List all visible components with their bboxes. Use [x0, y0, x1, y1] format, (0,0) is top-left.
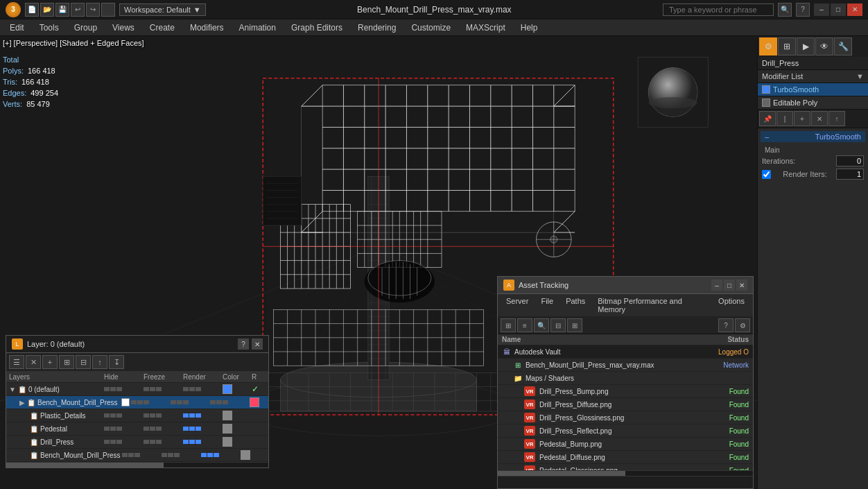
asset-row[interactable]: VR Drill_Press_Glossiness.png Found [498, 411, 753, 424]
menu-maxscript[interactable]: MAXScript [459, 22, 512, 34]
layer-color[interactable] [241, 450, 250, 460]
modifier-list-bar[interactable]: Modifier List ▼ [758, 70, 868, 83]
modify-panel-btn[interactable]: ⚙ [759, 37, 777, 55]
asset-titlebar: A Asset Tracking – □ ✕ [498, 277, 753, 294]
asset-panel-title: Asset Tracking [519, 281, 568, 289]
menu-rendering[interactable]: Rendering [351, 22, 403, 34]
asset-menu-options[interactable]: Options [713, 295, 750, 315]
undo-btn[interactable]: ↩ [71, 3, 85, 17]
utilities-panel-btn[interactable]: 🔧 [834, 37, 852, 55]
asset-tool-5[interactable]: ⊞ [567, 318, 582, 332]
layer-toolbar: ☰ ✕ + ⊞ ⊟ ↑ ↧ [6, 353, 268, 372]
layer-row[interactable]: 📋 Plastic_Details [6, 409, 268, 422]
asset-close-btn[interactable]: ✕ [736, 280, 747, 291]
layer-panel-help-btn[interactable]: ? [238, 338, 249, 350]
asset-tool-2[interactable]: ≡ [517, 318, 532, 332]
layer-row[interactable]: ▶ 📋 Bench_Mount_Drill_Press [6, 396, 268, 409]
redo-btn[interactable]: ↪ [86, 3, 100, 17]
asset-tool-4[interactable]: ⊟ [550, 318, 566, 332]
asset-row[interactable]: ⊞ Bench_Mount_Drill_Press_max_vray.max N… [498, 359, 753, 372]
ts-render-iters-input[interactable] [836, 169, 864, 180]
asset-row[interactable]: VR Drill_Press_Bump.png Found [498, 385, 753, 398]
menu-help[interactable]: Help [514, 22, 545, 34]
menu-modifiers[interactable]: Modifiers [183, 22, 231, 34]
layer-tool-5[interactable]: ⊟ [76, 355, 91, 369]
layer-row[interactable]: 📋 Drill_Press [6, 436, 268, 449]
asset-minimize-btn[interactable]: – [711, 280, 722, 291]
asset-tool-3[interactable]: 🔍 [534, 318, 549, 332]
layer-color[interactable] [223, 424, 232, 434]
save-file-btn[interactable]: 💾 [55, 3, 69, 17]
search-input[interactable] [663, 3, 774, 16]
layer-name-cell: ▼ 📋 0 (default) [9, 386, 103, 393]
layer-color[interactable] [223, 437, 232, 447]
help-btn[interactable]: ? [796, 3, 810, 17]
maximize-btn[interactable]: □ [831, 3, 846, 16]
ts-render-check[interactable] [762, 170, 771, 179]
layer-color[interactable] [250, 397, 259, 407]
layer-tool-7[interactable]: ↧ [109, 355, 124, 369]
modifier-check-editable-poly[interactable] [762, 98, 770, 107]
asset-menu-bitmap[interactable]: Bitmap Performance and Memory [592, 295, 711, 315]
close-btn[interactable]: ✕ [847, 3, 862, 16]
asset-tool-settings[interactable]: ⚙ [735, 318, 750, 332]
workspace-dropdown[interactable]: Workspace: Default ▼ [119, 3, 206, 16]
mod-stack-btn[interactable]: | [776, 111, 793, 126]
layer-name-cell: 📋 Drill_Press [9, 438, 103, 446]
layer-row[interactable]: 📋 Pedestal [6, 422, 268, 436]
menu-graph-editors[interactable]: Graph Editors [284, 22, 349, 34]
asset-scrollbar[interactable] [498, 470, 753, 476]
layer-tool-4[interactable]: ⊞ [59, 355, 74, 369]
layer-color[interactable] [223, 411, 232, 420]
mod-remove-btn[interactable]: ✕ [811, 111, 828, 126]
asset-row[interactable]: VR Pedestal_Diffuse.png Found [498, 451, 753, 464]
asset-title-left: A Asset Tracking [503, 280, 568, 291]
asset-maximize-btn[interactable]: □ [724, 280, 735, 291]
layer-tool-add[interactable]: + [42, 355, 58, 369]
menu-tools[interactable]: Tools [33, 22, 66, 34]
mod-up-btn[interactable]: ↑ [828, 111, 845, 126]
layer-panel-close-btn[interactable]: ✕ [252, 338, 263, 350]
layer-tool-6[interactable]: ↑ [92, 355, 107, 369]
asset-row[interactable]: 🏛 Autodesk Vault Logged O [498, 345, 753, 359]
mod-pin-btn[interactable]: 📌 [759, 111, 776, 126]
open-file-btn[interactable]: 📂 [40, 3, 54, 17]
layer-tool-2[interactable]: ✕ [26, 355, 41, 369]
layer-panel: L Layer: 0 (default) ? ✕ ☰ ✕ + ⊞ ⊟ ↑ ↧ L… [6, 335, 269, 468]
asset-menu-file[interactable]: File [535, 295, 559, 315]
asset-row[interactable]: VR Pedestal_Bump.png Found [498, 438, 753, 451]
asset-row[interactable]: 📁 Maps / Shaders [498, 372, 753, 385]
ts-iterations-input[interactable] [836, 155, 864, 166]
asset-row[interactable]: VR Drill_Press_Reflect.png Found [498, 424, 753, 438]
minimize-btn[interactable]: – [814, 3, 829, 16]
menu-customize[interactable]: Customize [404, 22, 458, 34]
modifier-turbosmooth[interactable]: TurboSmooth [758, 83, 868, 96]
layer-row[interactable]: 📋 Bench_Mount_Drill_Press [6, 449, 268, 462]
asset-panel-icon: A [503, 280, 514, 291]
layer-tool-1[interactable]: ☰ [9, 355, 24, 369]
layer-row[interactable]: ▼ 📋 0 (default) ✓ [6, 383, 268, 396]
modifier-check-turbosmooth[interactable] [762, 85, 770, 94]
asset-row[interactable]: VR Drill_Press_Diffuse.png Found [498, 398, 753, 411]
asset-status: Logged O [686, 348, 749, 356]
modifier-editable-poly[interactable]: Editable Poly [758, 96, 868, 110]
freeze-dots [162, 453, 200, 457]
display-panel-btn[interactable]: 👁 [815, 37, 833, 55]
menu-group[interactable]: Group [67, 22, 104, 34]
motion-panel-btn[interactable]: ▶ [797, 37, 815, 55]
layer-color[interactable] [223, 384, 232, 394]
asset-menu-server[interactable]: Server [501, 295, 534, 315]
asset-tool-1[interactable]: ⊞ [501, 318, 516, 332]
search-btn[interactable]: 🔍 [778, 3, 792, 17]
layer-scrollbar[interactable] [6, 462, 268, 467]
new-file-btn[interactable]: 📄 [25, 3, 39, 17]
menu-create[interactable]: Create [143, 22, 182, 34]
asset-tool-help[interactable]: ? [718, 318, 734, 332]
menu-edit[interactable]: Edit [3, 22, 31, 34]
menu-animation[interactable]: Animation [232, 22, 283, 34]
asset-row[interactable]: VR Pedestal_Glossiness.png Found [498, 464, 753, 470]
menu-views[interactable]: Views [105, 22, 141, 34]
hierarchy-panel-btn[interactable]: ⊞ [778, 37, 796, 55]
asset-menu-paths[interactable]: Paths [560, 295, 591, 315]
mod-add-btn[interactable]: + [794, 111, 810, 126]
